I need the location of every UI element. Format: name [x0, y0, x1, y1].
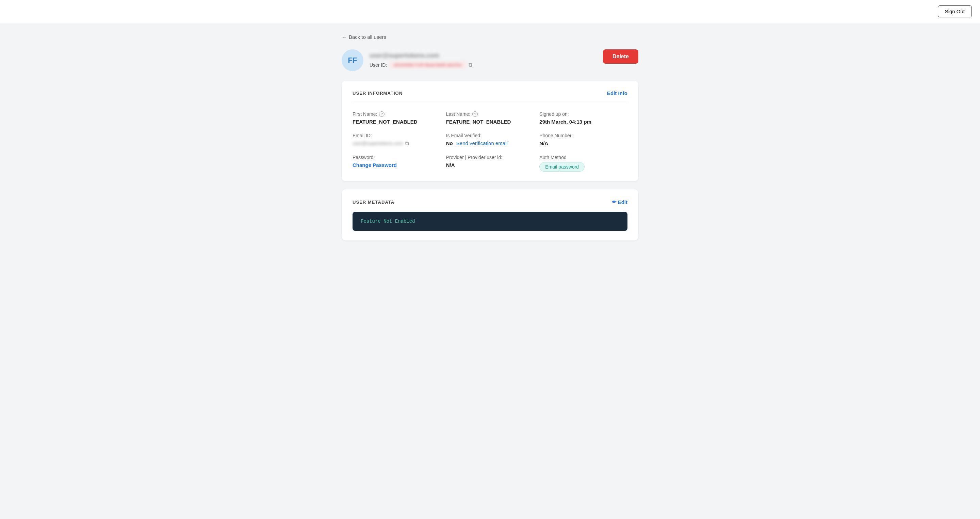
- provider-field: Provider | Provider user id: N/A: [446, 155, 534, 172]
- user-id-row: User ID: a5cb4e8d-7c4f-4bad-8ab5-abc01e …: [369, 61, 472, 69]
- edit-info-button[interactable]: Edit Info: [607, 90, 627, 96]
- email-id-label: Email ID:: [353, 133, 441, 138]
- top-bar: Sign Out: [0, 0, 980, 23]
- copy-user-id-icon[interactable]: ⧉: [469, 62, 472, 68]
- first-name-label: First Name: ?: [353, 111, 441, 117]
- user-header-left: FF user@supertokens.com User ID: a5cb4e8…: [342, 50, 472, 71]
- first-name-value: FEATURE_NOT_ENABLED: [353, 119, 441, 125]
- user-info-text: user@supertokens.com User ID: a5cb4e8d-7…: [369, 52, 472, 69]
- sign-out-button[interactable]: Sign Out: [938, 5, 972, 18]
- email-id-row: user@supertokens.com ⧉: [353, 140, 441, 147]
- delete-button[interactable]: Delete: [603, 50, 638, 64]
- user-metadata-card-header: USER METADATA ✏ Edit: [353, 199, 627, 205]
- back-arrow-icon: ←: [342, 34, 347, 40]
- back-link-label: Back to all users: [349, 34, 386, 40]
- back-link[interactable]: ← Back to all users: [342, 34, 386, 40]
- user-metadata-title: USER METADATA: [353, 200, 395, 205]
- edit-metadata-label: Edit: [618, 199, 627, 205]
- divider: [353, 103, 627, 103]
- auth-method-field: Auth Method Email password: [539, 155, 627, 172]
- email-id-value: user@supertokens.com: [353, 141, 403, 146]
- user-metadata-card: USER METADATA ✏ Edit Feature Not Enabled: [342, 189, 638, 240]
- auth-method-label: Auth Method: [539, 155, 627, 160]
- phone-number-value: N/A: [539, 140, 627, 146]
- password-field: Password: Change Password: [353, 155, 441, 172]
- user-email: user@supertokens.com: [369, 52, 472, 59]
- password-label: Password:: [353, 155, 441, 160]
- user-information-card: USER INFORMATION Edit Info First Name: ?…: [342, 81, 638, 181]
- phone-number-label: Phone Number:: [539, 133, 627, 138]
- email-verified-no: No: [446, 140, 453, 146]
- signed-up-field: Signed up on: 29th March, 04:13 pm: [539, 111, 627, 125]
- last-name-value: FEATURE_NOT_ENABLED: [446, 119, 534, 125]
- auth-method-badge: Email password: [539, 162, 585, 172]
- avatar: FF: [342, 50, 363, 71]
- edit-metadata-button[interactable]: ✏ Edit: [612, 199, 627, 205]
- send-verification-email-link[interactable]: Send verification email: [456, 140, 508, 146]
- signed-up-value: 29th March, 04:13 pm: [539, 119, 627, 125]
- phone-number-field: Phone Number: N/A: [539, 133, 627, 147]
- user-header: FF user@supertokens.com User ID: a5cb4e8…: [342, 50, 638, 71]
- first-name-field: First Name: ? FEATURE_NOT_ENABLED: [353, 111, 441, 125]
- first-name-help-icon[interactable]: ?: [379, 111, 385, 117]
- email-verified-label: Is Email Verified:: [446, 133, 534, 138]
- provider-value: N/A: [446, 162, 534, 168]
- user-information-title: USER INFORMATION: [353, 91, 402, 96]
- signed-up-label: Signed up on:: [539, 111, 627, 117]
- last-name-label: Last Name: ?: [446, 111, 534, 117]
- last-name-field: Last Name: ? FEATURE_NOT_ENABLED: [446, 111, 534, 125]
- change-password-link[interactable]: Change Password: [353, 162, 397, 168]
- metadata-code-block: Feature Not Enabled: [353, 212, 627, 231]
- email-verified-field: Is Email Verified: No Send verification …: [446, 133, 534, 147]
- user-id-value: a5cb4e8d-7c4f-4bad-8ab5-abc01e: [390, 61, 466, 69]
- email-id-field: Email ID: user@supertokens.com ⧉: [353, 133, 441, 147]
- user-information-card-header: USER INFORMATION Edit Info: [353, 90, 627, 96]
- provider-label: Provider | Provider user id:: [446, 155, 534, 160]
- info-grid: First Name: ? FEATURE_NOT_ENABLED Last N…: [353, 111, 627, 172]
- main-content: ← Back to all users FF user@supertokens.…: [334, 23, 646, 260]
- copy-email-icon[interactable]: ⧉: [405, 140, 409, 147]
- pencil-icon: ✏: [612, 199, 617, 205]
- user-id-label: User ID:: [369, 62, 387, 68]
- email-verified-value: No Send verification email: [446, 140, 534, 146]
- last-name-help-icon[interactable]: ?: [472, 111, 478, 117]
